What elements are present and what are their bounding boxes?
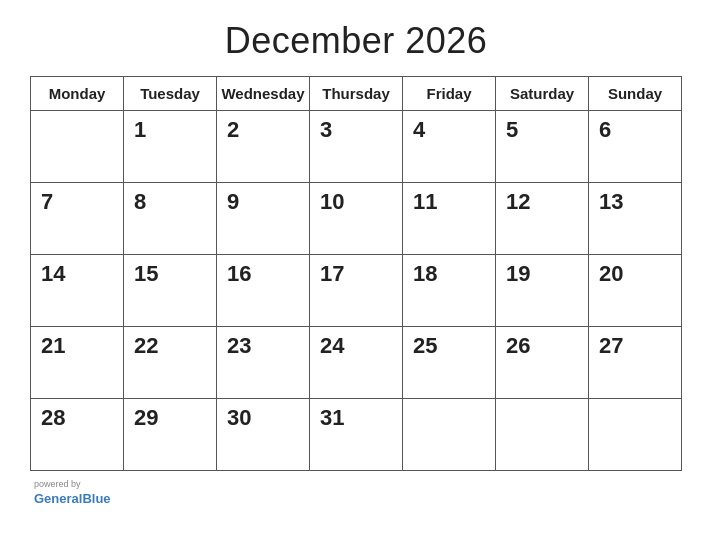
calendar-day-cell: 4 [403,111,496,183]
calendar-day-cell: 31 [310,399,403,471]
calendar-day-cell: 7 [31,183,124,255]
calendar-day-cell: 9 [217,183,310,255]
calendar-day-cell: 11 [403,183,496,255]
calendar-day-cell: 22 [124,327,217,399]
footer: powered by GeneralBlue [30,479,682,507]
calendar-day-cell: 30 [217,399,310,471]
calendar-day-cell [31,111,124,183]
calendar-day-cell: 5 [496,111,589,183]
calendar-title: December 2026 [225,20,488,62]
calendar-header-cell: Monday [31,77,124,111]
brand-suffix: Blue [82,491,110,506]
calendar-day-cell: 3 [310,111,403,183]
calendar-week-row: 78910111213 [31,183,682,255]
calendar-day-cell: 25 [403,327,496,399]
calendar-day-cell: 1 [124,111,217,183]
calendar-day-cell [589,399,682,471]
calendar-day-cell: 2 [217,111,310,183]
calendar-day-cell [496,399,589,471]
calendar-day-cell: 12 [496,183,589,255]
calendar-day-cell: 14 [31,255,124,327]
calendar-day-cell: 27 [589,327,682,399]
calendar-day-cell: 23 [217,327,310,399]
calendar-day-cell: 6 [589,111,682,183]
calendar-day-cell: 16 [217,255,310,327]
brand-label: GeneralBlue [34,491,111,506]
brand-prefix: General [34,491,82,506]
calendar-day-cell: 24 [310,327,403,399]
calendar-header-cell: Saturday [496,77,589,111]
calendar-header-cell: Thursday [310,77,403,111]
calendar-day-cell: 13 [589,183,682,255]
calendar-day-cell: 10 [310,183,403,255]
calendar-day-cell: 19 [496,255,589,327]
calendar-header-row: MondayTuesdayWednesdayThursdayFridaySatu… [31,77,682,111]
calendar-day-cell: 21 [31,327,124,399]
calendar-day-cell: 17 [310,255,403,327]
calendar-day-cell: 28 [31,399,124,471]
calendar-header-cell: Friday [403,77,496,111]
calendar-day-cell [403,399,496,471]
calendar-day-cell: 29 [124,399,217,471]
calendar-week-row: 14151617181920 [31,255,682,327]
calendar-week-row: 123456 [31,111,682,183]
calendar-header-cell: Wednesday [217,77,310,111]
calendar-header-cell: Tuesday [124,77,217,111]
calendar-body: 1234567891011121314151617181920212223242… [31,111,682,471]
calendar-day-cell: 8 [124,183,217,255]
calendar-week-row: 28293031 [31,399,682,471]
calendar-header-cell: Sunday [589,77,682,111]
powered-by-text: powered by [34,479,682,489]
calendar-day-cell: 26 [496,327,589,399]
calendar-table: MondayTuesdayWednesdayThursdayFridaySatu… [30,76,682,471]
calendar-day-cell: 18 [403,255,496,327]
calendar-day-cell: 20 [589,255,682,327]
calendar-day-cell: 15 [124,255,217,327]
calendar-week-row: 21222324252627 [31,327,682,399]
